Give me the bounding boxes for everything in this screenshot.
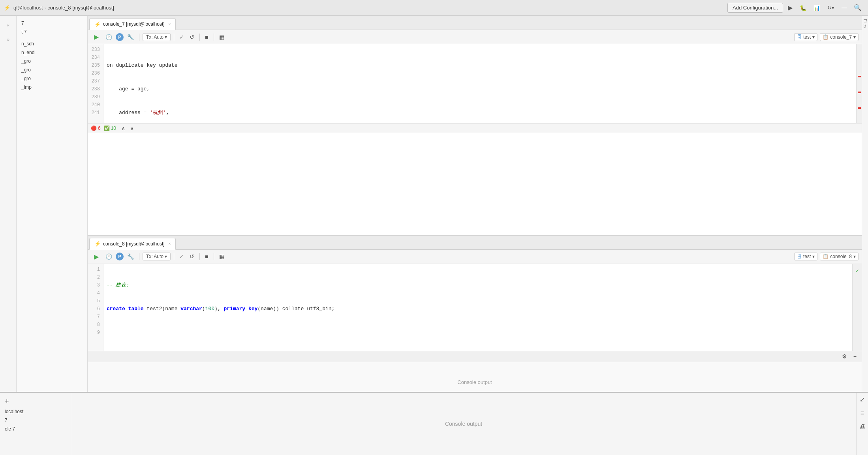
undo-button-bottom[interactable]: ↺ xyxy=(188,252,196,261)
bottom-right-tools: ⤢ ≡ 🖨 xyxy=(856,393,868,455)
sidebar-collapse-button[interactable]: « xyxy=(2,19,15,32)
bottom-nav-ole7[interactable]: ole 7 xyxy=(0,425,71,433)
bcode-line-3 xyxy=(107,329,849,337)
console-selector-top[interactable]: 📋 console_7 ▾ xyxy=(820,33,859,41)
run-query-button-bottom[interactable]: ▶ xyxy=(91,252,102,261)
nav-item-t7[interactable]: 7 xyxy=(17,19,87,28)
nav-up-button[interactable]: ∧ xyxy=(119,124,127,133)
output-minus-button[interactable]: − xyxy=(851,352,859,361)
main-layout: « » 7 t 7 n_sch n_end _gro _gro _gro _im… xyxy=(0,16,868,455)
nav-down-button[interactable]: ∨ xyxy=(128,124,136,133)
bln-2: 2 xyxy=(88,273,100,281)
bottom-nav-localhost[interactable]: localhost xyxy=(0,407,71,416)
bottom-nav-7[interactable]: 7 xyxy=(0,416,71,425)
bln-1: 1 xyxy=(88,266,100,273)
db-dropdown-arrow-top: ▾ xyxy=(812,34,815,40)
code-editor-bottom[interactable]: 1 2 3 4 5 6 7 8 9 -- 建表: create table te… xyxy=(88,264,862,351)
bottom-print-button[interactable]: 🖨 xyxy=(858,421,867,432)
pin-button-bottom[interactable]: P xyxy=(116,253,124,260)
db-selector-bottom[interactable]: 🗄 test ▾ xyxy=(794,253,817,260)
nav-item-gro2[interactable]: _gro xyxy=(17,66,87,74)
nav-arrows-top: ∧ ∨ xyxy=(119,124,136,133)
debug-button[interactable]: 🐛 xyxy=(797,3,809,13)
files-label[interactable]: Files xyxy=(863,17,868,30)
tx-dropdown-bottom[interactable]: Tx: Auto ▾ xyxy=(143,253,171,260)
output-settings-button[interactable]: ⚙ xyxy=(840,352,849,361)
stop-button-bottom[interactable]: ■ xyxy=(203,252,210,261)
error-icon: 🔴 xyxy=(91,125,97,131)
run-button-title[interactable]: ▶ xyxy=(785,2,795,13)
error-bar-top: 🔴 6 ✅ 10 ∧ ∨ xyxy=(88,123,862,133)
editor-pane-top: ⚡ console_7 [mysql@localhost] × ▶ 🕐 P 🔧 … xyxy=(88,16,862,236)
nav-item-nend[interactable]: n_end xyxy=(17,48,87,57)
console-dropdown-arrow-top: ▾ xyxy=(853,34,856,40)
bln-7: 7 xyxy=(88,313,100,321)
tab-console8-close[interactable]: × xyxy=(169,242,171,246)
run-query-button-top[interactable]: ▶ xyxy=(91,32,102,42)
bln-6: 6 xyxy=(88,305,100,313)
minimize-button[interactable]: — xyxy=(839,3,849,12)
tab-console8[interactable]: ⚡ console_8 [mysql@localhost] × xyxy=(89,238,176,250)
code-editor-top[interactable]: 233 234 235 236 237 238 239 240 241 on d… xyxy=(88,44,862,123)
left-sidebar: « » xyxy=(0,16,17,455)
tx-dropdown-top[interactable]: Tx: Auto ▾ xyxy=(143,33,171,41)
bln-5: 5 xyxy=(88,297,100,305)
add-connection-button[interactable]: + xyxy=(0,396,14,407)
bottom-output-area: Console output xyxy=(71,393,856,455)
settings-button-top[interactable]: 🔧 xyxy=(125,33,136,41)
search-button[interactable]: 🔍 xyxy=(851,2,864,13)
refresh-dropdown-button[interactable]: ↻▾ xyxy=(825,3,837,12)
code-content-top[interactable]: on duplicate key update age = age, addre… xyxy=(103,44,856,123)
error-number: 6 xyxy=(98,125,101,131)
bottom-nav: + localhost 7 ole 7 xyxy=(0,393,71,455)
toolbar-sep-b2 xyxy=(174,253,174,260)
pin-button-top[interactable]: P xyxy=(116,33,124,41)
code-content-bottom[interactable]: -- 建表: create table test2(name varchar(1… xyxy=(103,264,852,351)
tab-bar-bottom: ⚡ console_8 [mysql@localhost] × xyxy=(88,236,862,250)
tab-console8-icon: ⚡ xyxy=(94,241,101,247)
tab-console8-label: console_8 [mysql@localhost] xyxy=(103,241,165,247)
toolbar-sep-b1 xyxy=(139,253,139,260)
ln-240: 240 xyxy=(88,101,100,109)
add-configuration-button[interactable]: Add Configuration... xyxy=(727,3,783,13)
title-bar-right: Add Configuration... ▶ 🐛 📊 ↻▾ — 🔍 xyxy=(727,2,864,13)
check-button-top[interactable]: ✓ xyxy=(177,33,186,41)
tab-console7-close[interactable]: × xyxy=(169,22,171,26)
gutter-error-3 xyxy=(858,76,861,77)
history-button-bottom[interactable]: 🕐 xyxy=(103,252,114,261)
ln-234: 234 xyxy=(88,54,100,62)
nav-item-gro3[interactable]: _gro xyxy=(17,74,87,83)
toolbar-sep-b4 xyxy=(214,253,214,260)
toolbar-sep-1 xyxy=(139,34,139,41)
bottom-expand-button[interactable]: ⤢ xyxy=(858,394,866,405)
line-numbers-bottom: 1 2 3 4 5 6 7 8 9 xyxy=(88,264,103,351)
bottom-rows-button[interactable]: ≡ xyxy=(859,408,866,418)
settings-button-bottom[interactable]: 🔧 xyxy=(125,252,136,261)
nav-item-gro1[interactable]: _gro xyxy=(17,57,87,66)
undo-button-top[interactable]: ↺ xyxy=(188,33,196,41)
console-selector-bottom[interactable]: 📋 console_8 ▾ xyxy=(820,253,859,260)
nav-panel: 7 t 7 n_sch n_end _gro _gro _gro _imp xyxy=(17,16,88,455)
tab-console7[interactable]: ⚡ console_7 [mysql@localhost] × xyxy=(89,18,176,30)
history-button-top[interactable]: 🕐 xyxy=(103,33,114,41)
check-button-bottom[interactable]: ✓ xyxy=(177,252,186,261)
ln-236: 236 xyxy=(88,69,100,77)
db-dropdown-arrow-bottom: ▾ xyxy=(812,254,815,259)
bottom-output-label: Console output xyxy=(445,421,482,427)
sidebar-expand-button[interactable]: » xyxy=(2,33,15,46)
nav-item-t7b[interactable]: t 7 xyxy=(17,28,87,36)
table-button-top[interactable]: ▦ xyxy=(217,33,226,41)
nav-item-nsch[interactable]: n_sch xyxy=(17,39,87,48)
line-numbers-top: 233 234 235 236 237 238 239 240 241 xyxy=(88,44,103,123)
profile-button[interactable]: 📊 xyxy=(811,3,823,13)
gutter-error-1 xyxy=(858,107,861,109)
stop-button-top[interactable]: ■ xyxy=(203,33,210,41)
nav-item-imp[interactable]: _imp xyxy=(17,83,87,92)
db-label-bottom: test xyxy=(803,254,811,259)
code-line-234: age = age, xyxy=(107,85,853,93)
bcode-line-1: -- 建表: xyxy=(107,281,849,289)
db-selector-top[interactable]: 🗄 test ▾ xyxy=(794,33,817,41)
table-button-bottom[interactable]: ▦ xyxy=(217,252,226,261)
toolbar-sep-b3 xyxy=(199,253,200,260)
code-line-233: on duplicate key update xyxy=(107,62,853,69)
